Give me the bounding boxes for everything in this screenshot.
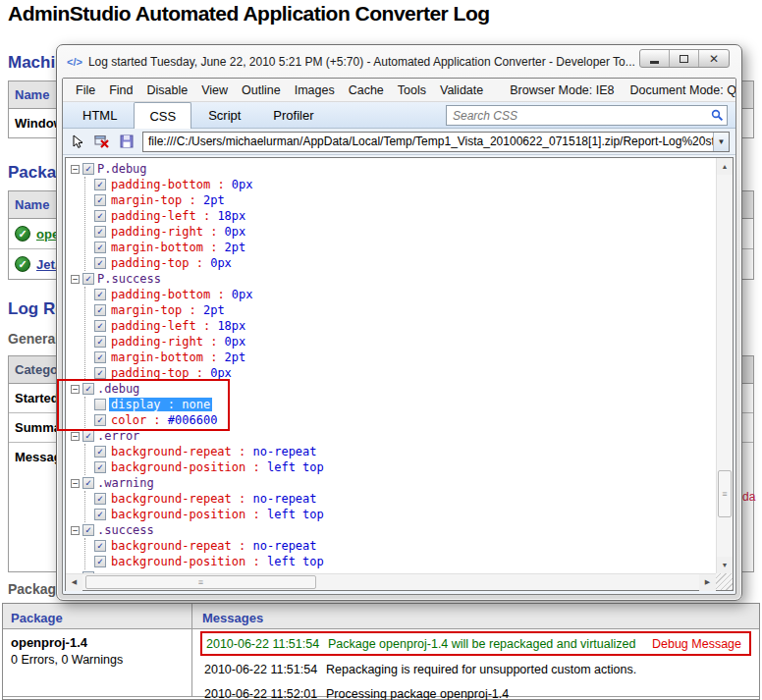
css-property-row[interactable]: ✓background-position : left top — [94, 507, 716, 522]
checkbox[interactable]: ✓ — [94, 304, 106, 316]
css-property-row[interactable]: ✓padding-top : 0px — [94, 365, 716, 381]
css-property-row[interactable]: ✓padding-left : 18px — [94, 318, 716, 334]
search-input[interactable] — [447, 109, 707, 123]
select-element-pointer-icon[interactable] — [69, 133, 86, 150]
css-property-row[interactable]: ✓background-position : left top — [94, 459, 716, 475]
scroll-left-icon[interactable]: ◀ — [66, 574, 82, 591]
document-mode-label[interactable]: Document Mode: Quirks — [623, 81, 736, 100]
search-icon[interactable] — [707, 106, 727, 125]
save-icon[interactable] — [118, 133, 136, 150]
css-property-row[interactable]: ✓background-repeat : no-repeat — [94, 491, 716, 507]
checkbox[interactable]: ✓ — [94, 194, 106, 206]
scroll-down-icon[interactable]: ▼ — [717, 557, 733, 573]
css-property-row[interactable]: ✓color : #006600 — [94, 412, 716, 428]
menu-item-disable[interactable]: Disable — [139, 81, 194, 100]
css-selector-row[interactable]: −✓.debug — [71, 381, 716, 397]
checkbox[interactable]: ✓ — [94, 351, 106, 363]
menu-item-validate[interactable]: Validate — [433, 81, 490, 100]
checkbox[interactable] — [94, 399, 106, 410]
chevron-down-icon[interactable]: ▼ — [713, 133, 729, 151]
menu-item-cache[interactable]: Cache — [342, 81, 391, 100]
checkbox[interactable]: ✓ — [94, 320, 106, 332]
css-property-row[interactable]: ✓margin-top : 2pt — [94, 192, 716, 208]
menu-item-images[interactable]: Images — [288, 81, 342, 100]
css-property-row[interactable]: ✓padding-top : 0px — [94, 255, 716, 271]
checkbox[interactable]: ✓ — [82, 383, 94, 395]
collapse-icon[interactable]: − — [71, 275, 80, 284]
css-property-row[interactable]: ✓padding-bottom : 0px — [94, 177, 716, 192]
checkbox[interactable]: ✓ — [82, 477, 94, 489]
css-property-row[interactable]: display : none — [94, 397, 716, 412]
maximize-button[interactable] — [670, 50, 699, 67]
horizontal-scroll-thumb[interactable]: ≡ — [85, 575, 316, 589]
checkbox[interactable]: ✓ — [94, 367, 106, 379]
collapse-icon[interactable]: − — [71, 385, 80, 394]
css-selector[interactable]: .debug — [97, 382, 139, 396]
checkbox[interactable]: ✓ — [94, 289, 106, 300]
checkbox[interactable]: ✓ — [94, 226, 106, 238]
collapse-icon[interactable]: − — [71, 526, 80, 535]
browser-mode-label[interactable]: Browser Mode: IE8 — [502, 81, 622, 100]
css-property-row[interactable]: ✓margin-top : 2pt — [94, 302, 716, 318]
checkbox[interactable]: ✓ — [82, 524, 94, 536]
checkbox[interactable]: ✓ — [94, 257, 106, 269]
checkbox[interactable]: ✓ — [94, 556, 106, 567]
menu-item-outline[interactable]: Outline — [235, 81, 288, 100]
css-colon: : — [196, 209, 218, 223]
checkbox[interactable]: ✓ — [94, 336, 106, 348]
vertical-scroll-thumb[interactable]: ≡ — [718, 470, 732, 517]
collapse-icon[interactable]: − — [71, 432, 80, 441]
tab-script[interactable]: Script — [192, 102, 256, 128]
checkbox[interactable]: ✓ — [94, 210, 106, 222]
css-property-row[interactable]: ✓padding-right : 0px — [94, 334, 716, 350]
css-selector[interactable]: .success — [97, 523, 154, 537]
minimize-button[interactable] — [640, 50, 670, 67]
css-property-row[interactable]: ✓background-repeat : no-repeat — [94, 444, 716, 459]
horizontal-scrollbar[interactable]: ◀ ≡ ▶ — [66, 573, 716, 590]
checkbox[interactable]: ✓ — [94, 493, 106, 505]
checkbox[interactable]: ✓ — [94, 540, 106, 552]
css-property-row[interactable]: ✓background-position : left top — [94, 554, 716, 569]
checkbox[interactable]: ✓ — [82, 163, 94, 175]
css-selector-row[interactable]: −✓.warning — [71, 475, 716, 491]
file-url-dropdown[interactable]: file:///C:/Users/michaelurman/AppData/Lo… — [142, 132, 730, 152]
css-property-row[interactable]: ✓padding-right : 0px — [94, 224, 716, 240]
checkbox[interactable]: ✓ — [94, 509, 106, 520]
css-selector[interactable]: .warning — [97, 476, 154, 490]
scroll-right-icon[interactable]: ▶ — [699, 574, 716, 591]
checkbox[interactable]: ✓ — [94, 446, 106, 458]
checkbox[interactable]: ✓ — [94, 461, 106, 473]
css-property-row[interactable]: ✓padding-left : 18px — [94, 208, 716, 224]
menu-item-tools[interactable]: Tools — [391, 81, 433, 100]
tab-html[interactable]: HTML — [67, 102, 133, 128]
scroll-up-icon[interactable]: ▲ — [717, 158, 733, 175]
checkbox[interactable]: ✓ — [94, 242, 106, 253]
css-selector[interactable]: P.success — [97, 272, 161, 286]
menu-item-find[interactable]: Find — [102, 81, 139, 100]
css-selector[interactable]: .error — [97, 429, 139, 443]
disable-styles-icon[interactable] — [93, 133, 111, 150]
css-property-row[interactable]: ✓padding-bottom : 0px — [94, 287, 716, 302]
checkbox[interactable]: ✓ — [94, 414, 106, 426]
tab-css[interactable]: CSS — [134, 102, 191, 129]
collapse-icon[interactable]: − — [71, 165, 80, 174]
css-property-row[interactable]: ✓margin-bottom : 2pt — [94, 240, 716, 255]
menu-item-file[interactable]: File — [69, 81, 102, 100]
css-property-row[interactable]: ✓background-repeat : no-repeat — [94, 538, 716, 554]
menu-item-view[interactable]: View — [194, 81, 235, 100]
css-property-row[interactable]: ✓margin-bottom : 2pt — [94, 350, 716, 365]
close-button[interactable]: ✕ — [699, 50, 729, 67]
css-selector-row[interactable]: −✓P.debug — [71, 161, 716, 177]
css-selector[interactable]: P.debug — [97, 162, 147, 176]
css-selector-row[interactable]: −✓P.success — [71, 271, 716, 287]
checkbox[interactable]: ✓ — [82, 273, 94, 285]
css-selector-row[interactable]: −✓.success — [71, 522, 716, 538]
collapse-icon[interactable]: − — [71, 479, 80, 488]
css-selector-row[interactable]: −✓.error — [71, 428, 716, 444]
checkbox[interactable]: ✓ — [94, 179, 106, 190]
vertical-scrollbar[interactable]: ▲ ≡ ▼ — [716, 158, 733, 573]
checkbox[interactable]: ✓ — [82, 430, 94, 442]
tab-profiler[interactable]: Profiler — [257, 102, 329, 128]
window-controls: ✕ — [639, 49, 730, 68]
resize-grip[interactable] — [716, 573, 733, 590]
